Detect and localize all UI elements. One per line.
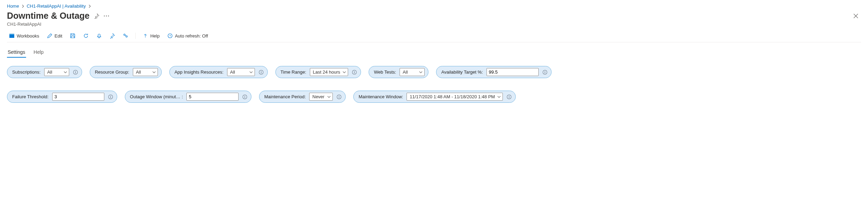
failure-threshold-input[interactable] [52, 93, 104, 101]
tab-help[interactable]: Help [33, 47, 45, 58]
pin-icon[interactable] [94, 13, 99, 19]
svg-point-2 [108, 15, 109, 16]
param-failure-threshold: Failure Threshold: [7, 91, 117, 103]
pin-dashboard-button[interactable] [107, 32, 117, 40]
info-icon[interactable] [506, 94, 512, 100]
share-icon [123, 33, 128, 39]
dropdown-value: Last 24 hours [313, 69, 340, 75]
info-icon[interactable] [108, 94, 113, 100]
info-icon[interactable] [73, 69, 78, 75]
param-label: Failure Threshold: [12, 94, 49, 99]
param-label: Availability Target %: [441, 69, 483, 75]
dropdown-value: 11/17/2020 1:48 AM - 11/18/2020 1:48 PM [410, 94, 495, 99]
param-label: Resource Group: [95, 69, 129, 75]
parameters-row-1: Subscriptions: All Resource Group: All A… [7, 66, 861, 78]
param-label: Time Range: [281, 69, 306, 75]
save-button[interactable] [68, 32, 78, 40]
chevron-right-icon [21, 5, 25, 8]
auto-refresh-label: Auto refresh: Off [175, 33, 208, 39]
maintenance-period-dropdown[interactable]: Never [309, 93, 333, 101]
param-time-range: Time Range: Last 24 hours [275, 66, 361, 78]
dropdown-value: All [47, 69, 52, 75]
param-maintenance-window: Maintenance Window: 11/17/2020 1:48 AM -… [353, 91, 516, 103]
chevron-down-icon [63, 70, 67, 74]
svg-rect-4 [9, 34, 14, 35]
param-subscriptions: Subscriptions: All [7, 66, 82, 78]
edit-button[interactable]: Edit [45, 32, 64, 40]
app-insights-dropdown[interactable]: All [227, 68, 255, 76]
parameters-row-2: Failure Threshold: Outage Window (minut…… [7, 91, 861, 103]
maintenance-window-dropdown[interactable]: 11/17/2020 1:48 AM - 11/18/2020 1:48 PM [407, 93, 503, 101]
info-icon[interactable] [542, 69, 548, 75]
chevron-down-icon [497, 95, 501, 99]
workbooks-label: Workbooks [17, 33, 39, 39]
refresh-icon [83, 33, 89, 39]
save-icon [70, 33, 75, 39]
edit-label: Edit [55, 33, 62, 39]
tabs: Settings Help [7, 47, 861, 58]
clock-icon [167, 33, 173, 39]
title-bar: Downtime & Outage [7, 11, 861, 21]
svg-point-1 [106, 15, 107, 16]
workbooks-icon [9, 33, 15, 39]
chevron-right-icon [88, 5, 91, 8]
param-label: App Insights Resources: [175, 69, 224, 75]
svg-point-0 [104, 15, 105, 16]
workbooks-button[interactable]: Workbooks [7, 32, 41, 40]
info-icon[interactable] [258, 69, 264, 75]
divider [135, 33, 136, 39]
alert-button[interactable] [94, 32, 104, 40]
param-web-tests: Web Tests: All [369, 66, 428, 78]
share-button[interactable] [121, 32, 130, 40]
dropdown-value: Never [312, 94, 324, 99]
info-icon[interactable] [242, 94, 248, 100]
help-icon [143, 33, 148, 39]
chevron-down-icon [419, 70, 423, 74]
param-outage-window: Outage Window (minut… : [125, 91, 251, 103]
chevron-down-icon [152, 70, 156, 74]
page-subtitle: CH1-RetailAppAI [7, 22, 861, 27]
param-label: Maintenance Period: [264, 94, 306, 99]
alert-icon [96, 33, 102, 39]
breadcrumb: Home CH1-RetailAppAI | Availability [7, 3, 861, 9]
outage-window-input[interactable] [186, 93, 239, 101]
edit-icon [47, 33, 53, 39]
param-label: Outage Window (minut… : [130, 94, 183, 99]
tab-settings[interactable]: Settings [7, 47, 26, 58]
dropdown-value: All [230, 69, 235, 75]
breadcrumb-parent[interactable]: CH1-RetailAppAI | Availability [27, 3, 86, 9]
info-icon[interactable] [352, 69, 357, 75]
close-icon[interactable] [851, 12, 861, 20]
help-label: Help [150, 33, 160, 39]
more-icon[interactable] [104, 15, 109, 17]
param-availability-target: Availability Target %: [436, 66, 551, 78]
param-label: Maintenance Window: [359, 94, 403, 99]
time-range-dropdown[interactable]: Last 24 hours [310, 68, 348, 76]
param-label: Subscriptions: [12, 69, 41, 75]
info-icon[interactable] [336, 94, 342, 100]
chevron-down-icon [249, 70, 253, 74]
dropdown-value: All [136, 69, 141, 75]
chevron-down-icon [342, 70, 346, 74]
help-button[interactable]: Help [140, 32, 162, 40]
pin-icon [110, 33, 115, 39]
subscriptions-dropdown[interactable]: All [44, 68, 69, 76]
param-label: Web Tests: [374, 69, 396, 75]
command-bar: Workbooks Edit [7, 32, 861, 42]
dropdown-value: All [403, 69, 408, 75]
param-maintenance-period: Maintenance Period: Never [259, 91, 346, 103]
chevron-down-icon [327, 95, 331, 99]
web-tests-dropdown[interactable]: All [400, 68, 425, 76]
resource-group-dropdown[interactable]: All [133, 68, 158, 76]
availability-target-input[interactable] [487, 68, 539, 76]
page-title: Downtime & Outage [7, 11, 90, 21]
param-app-insights: App Insights Resources: All [169, 66, 268, 78]
auto-refresh-button[interactable]: Auto refresh: Off [165, 32, 210, 40]
param-resource-group: Resource Group: All [90, 66, 162, 78]
refresh-button[interactable] [81, 32, 91, 40]
breadcrumb-home[interactable]: Home [7, 3, 19, 9]
